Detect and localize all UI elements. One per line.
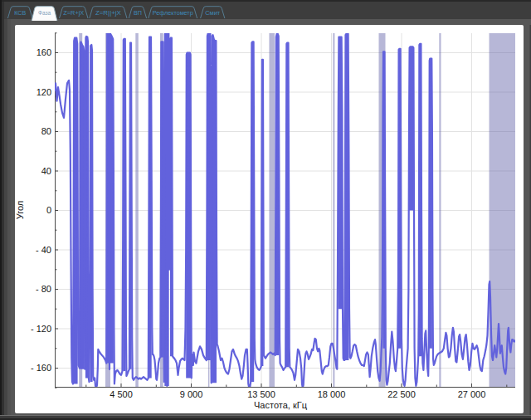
svg-text:80: 80 — [41, 126, 51, 136]
svg-text:18 000: 18 000 — [318, 389, 346, 399]
svg-text:- 160: - 160 — [31, 363, 51, 373]
svg-text:13 500: 13 500 — [247, 389, 275, 399]
svg-text:Частота, кГц: Частота, кГц — [254, 400, 308, 410]
svg-text:9 000: 9 000 — [180, 389, 203, 399]
svg-text:Рефлектометр: Рефлектометр — [153, 9, 193, 17]
svg-text:Z=R||+jX: Z=R||+jX — [95, 9, 121, 17]
svg-text:ВП: ВП — [134, 9, 142, 17]
svg-text:22 500: 22 500 — [387, 389, 416, 399]
svg-text:40: 40 — [41, 166, 51, 176]
svg-text:- 80: - 80 — [36, 284, 51, 294]
svg-text:- 40: - 40 — [36, 245, 51, 255]
svg-text:Угол: Угол — [15, 201, 25, 220]
svg-text:КСВ: КСВ — [14, 9, 26, 17]
svg-text:27 000: 27 000 — [458, 389, 486, 399]
svg-text:160: 160 — [37, 47, 51, 57]
svg-text:Фаза: Фаза — [38, 9, 51, 17]
svg-text:- 120: - 120 — [31, 324, 51, 334]
svg-text:Смит: Смит — [205, 9, 221, 17]
svg-text:120: 120 — [37, 87, 51, 97]
svg-text:4 500: 4 500 — [110, 389, 133, 399]
svg-text:Z=R+jX: Z=R+jX — [63, 9, 84, 17]
svg-text:0: 0 — [46, 205, 51, 215]
